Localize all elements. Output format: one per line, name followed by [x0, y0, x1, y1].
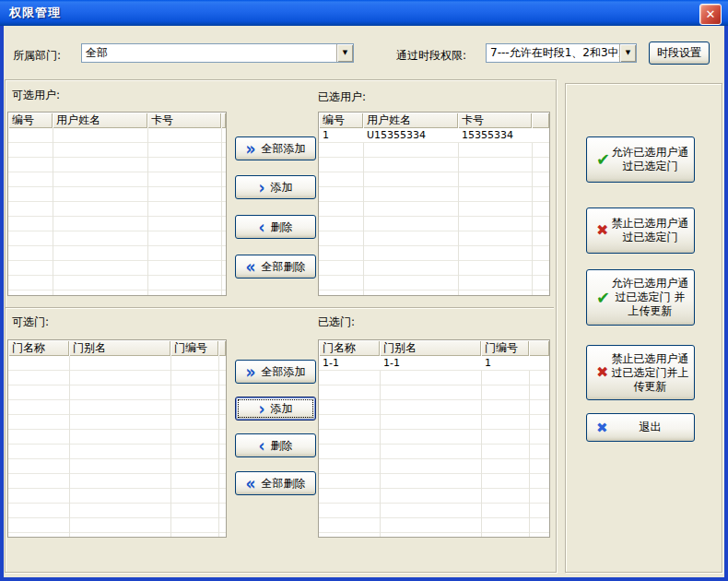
- remove-user-button[interactable]: ‹ 删除: [235, 215, 316, 239]
- dialog-content: 所属部门: 全部 ▼ 通过时段权限: 7---允许在时段1、2和3中通过 ▼ 时…: [4, 26, 724, 577]
- column-divider: [380, 356, 381, 537]
- cell-door-name: 1-1: [319, 356, 380, 370]
- cross-icon: ✖: [596, 421, 608, 434]
- time-permission-label: 通过时段权限:: [396, 48, 466, 64]
- chevron-down-icon: ▼: [626, 50, 630, 56]
- column-divider: [147, 128, 148, 295]
- department-dropdown-button[interactable]: ▼: [336, 44, 353, 62]
- column-divider: [53, 128, 53, 295]
- close-button[interactable]: ✕: [699, 4, 722, 25]
- button-label: 添加: [271, 401, 293, 417]
- available-users-label: 可选用户:: [12, 88, 60, 103]
- column-divider: [481, 356, 482, 537]
- allow-users-button[interactable]: ✔ 允许已选用户通过已选定门: [586, 136, 695, 183]
- column-header-filler: [218, 340, 226, 356]
- chevron-left-icon: ‹: [258, 436, 264, 455]
- table-row[interactable]: 1-1 1-1 1: [319, 356, 549, 371]
- table-header: 门名称 门别名 门编号: [8, 340, 226, 356]
- column-header-door-name[interactable]: 门名称: [319, 340, 380, 356]
- button-label: 全部添加: [261, 141, 305, 157]
- add-user-button[interactable]: › 添加: [235, 175, 316, 199]
- cross-icon: ✖: [596, 223, 608, 238]
- remove-all-doors-button[interactable]: « 全部删除: [235, 471, 316, 495]
- column-header-filler: [221, 113, 226, 128]
- button-label: 全部删除: [261, 476, 305, 492]
- column-header-filler: [529, 340, 549, 356]
- column-header-id[interactable]: 编号: [8, 113, 53, 128]
- remove-door-button[interactable]: ‹ 删除: [235, 433, 316, 457]
- add-all-doors-button[interactable]: » 全部添加: [235, 360, 316, 384]
- time-settings-button[interactable]: 时段设置: [649, 42, 710, 65]
- column-header-door-id[interactable]: 门编号: [481, 340, 529, 356]
- check-icon: ✔: [596, 151, 610, 168]
- column-divider: [221, 128, 222, 295]
- close-icon: ✕: [706, 7, 716, 21]
- column-header-door-alias[interactable]: 门别名: [380, 340, 481, 356]
- column-divider: [363, 128, 364, 295]
- cell-card: 15355334: [458, 128, 532, 142]
- selected-users-table[interactable]: 编号 用户姓名 卡号 1 U15355334 15355334: [318, 112, 550, 296]
- chevron-left-icon: ‹: [258, 218, 264, 236]
- selected-doors-table[interactable]: 门名称 门别名 门编号 1-1 1-1 1: [318, 339, 550, 538]
- add-all-users-button[interactable]: » 全部添加: [235, 136, 316, 160]
- table-header: 编号 用户姓名 卡号: [8, 113, 226, 128]
- table-row[interactable]: 1 U15355334 15355334: [319, 128, 549, 143]
- chevron-double-left-icon: «: [246, 257, 256, 276]
- time-permission-value: 7---允许在时段1、2和3中通过: [487, 44, 619, 62]
- time-permission-dropdown-button[interactable]: ▼: [619, 44, 636, 62]
- check-icon: ✔: [596, 290, 610, 306]
- time-settings-label: 时段设置: [657, 45, 701, 61]
- department-label: 所属部门:: [13, 48, 61, 64]
- titlebar[interactable]: 权限管理 ✕: [0, 0, 728, 26]
- column-header-door-id[interactable]: 门编号: [170, 340, 218, 356]
- button-label: 添加: [271, 180, 293, 196]
- chevron-double-right-icon: »: [246, 139, 256, 158]
- exit-button[interactable]: ✖ 退出: [586, 413, 695, 442]
- column-header-card[interactable]: 卡号: [147, 113, 221, 128]
- table-body[interactable]: 1-1 1-1 1: [319, 356, 549, 537]
- cell-name: U15355334: [363, 128, 458, 142]
- remove-all-users-button[interactable]: « 全部删除: [235, 255, 316, 279]
- column-header-id[interactable]: 编号: [319, 113, 363, 128]
- allow-users-upload-button[interactable]: ✔ 允许已选用户通过已选定门 并上传更新: [586, 269, 695, 326]
- permission-management-window: 权限管理 ✕ 所属部门: 全部 ▼ 通过时段权限: 7---允许在时段1、2和3…: [0, 0, 728, 581]
- column-header-door-alias[interactable]: 门别名: [69, 340, 170, 356]
- chevron-double-left-icon: «: [246, 474, 256, 492]
- column-header-card[interactable]: 卡号: [458, 113, 532, 128]
- window-title: 权限管理: [0, 5, 61, 21]
- table-body[interactable]: 1 U15355334 15355334: [319, 128, 549, 295]
- column-divider: [218, 356, 219, 537]
- table-body[interactable]: [8, 128, 226, 295]
- cell-door-id: 1: [481, 356, 529, 370]
- cell-door-alias: 1-1: [380, 356, 481, 370]
- section-divider: [6, 307, 554, 309]
- selected-doors-label: 已选门:: [318, 314, 355, 330]
- column-divider: [458, 128, 459, 295]
- available-doors-table[interactable]: 门名称 门别名 门编号: [7, 339, 227, 538]
- table-header: 编号 用户姓名 卡号: [319, 113, 549, 128]
- button-label: 退出: [616, 421, 666, 434]
- department-value: 全部: [82, 44, 336, 62]
- chevron-double-right-icon: »: [246, 362, 256, 381]
- available-users-table[interactable]: 编号 用户姓名 卡号: [7, 112, 227, 296]
- deny-users-button[interactable]: ✖ 禁止已选用户通过已选定门: [586, 208, 695, 254]
- button-label: 全部添加: [261, 364, 305, 380]
- add-door-button[interactable]: › 添加: [235, 397, 316, 421]
- time-permission-select[interactable]: 7---允许在时段1、2和3中通过 ▼: [486, 43, 637, 63]
- chevron-down-icon: ▼: [343, 50, 347, 56]
- column-header-name[interactable]: 用户姓名: [53, 113, 147, 128]
- column-divider: [529, 356, 530, 537]
- cell-id: 1: [319, 128, 363, 142]
- button-label: 全部删除: [261, 259, 305, 275]
- column-divider: [69, 356, 70, 537]
- chevron-right-icon: ›: [258, 399, 264, 418]
- column-divider: [532, 128, 533, 295]
- deny-users-upload-button[interactable]: ✖ 禁止已选用户通过已选定门并上传更新: [586, 345, 695, 400]
- column-header-door-name[interactable]: 门名称: [8, 340, 69, 356]
- column-header-name[interactable]: 用户姓名: [363, 113, 458, 128]
- department-select[interactable]: 全部 ▼: [81, 43, 354, 63]
- cross-icon: ✖: [596, 365, 608, 380]
- column-divider: [170, 356, 171, 537]
- table-body[interactable]: [8, 356, 226, 537]
- button-label: 删除: [271, 219, 293, 235]
